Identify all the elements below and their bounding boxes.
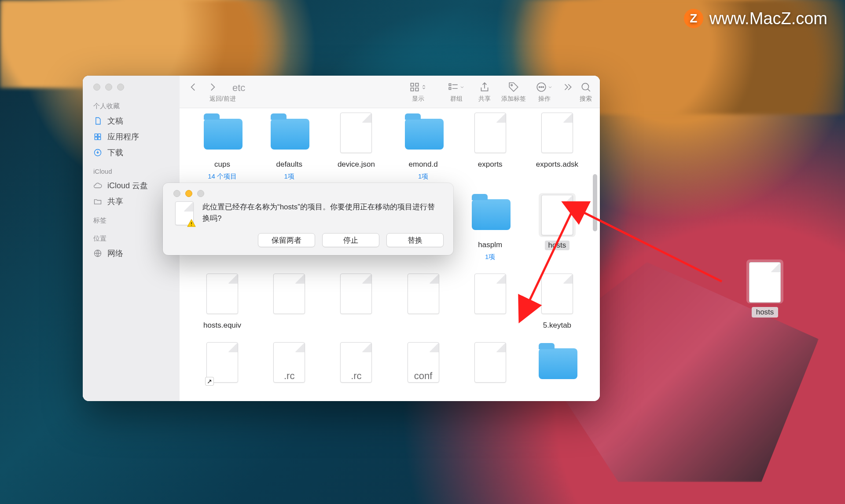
actions-icon: [536, 81, 547, 93]
toolbar-share-label: 共享: [478, 95, 491, 103]
file-subtitle: 1项: [284, 172, 294, 181]
toolbar-overflow-label: [567, 95, 569, 102]
search-icon: [580, 81, 592, 93]
desktop-file-hosts[interactable]: hosts: [746, 259, 783, 318]
dialog-close-button[interactable]: [173, 190, 180, 197]
toolbar-nav: etc 返回/前进: [187, 80, 257, 103]
svg-point-12: [543, 87, 544, 88]
finder-toolbar: etc 返回/前进 显示 群组 共享 添加标签: [180, 76, 600, 108]
svg-rect-3: [415, 83, 419, 86]
window-traffic-lights[interactable]: [83, 84, 180, 95]
sidebar-item-label: 下载: [107, 147, 123, 158]
desktop-file-label: hosts: [752, 307, 779, 318]
download-icon: [93, 148, 102, 157]
dialog-minimize-button[interactable]: [185, 190, 192, 197]
toolbar-actions[interactable]: 操作: [536, 80, 553, 103]
file-item[interactable]: .rc: [325, 342, 387, 390]
stop-button[interactable]: 停止: [322, 233, 379, 247]
cloud-icon: [93, 181, 102, 190]
chevron-up-down-icon: [420, 81, 427, 93]
scrollbar-thumb[interactable]: [593, 174, 597, 231]
zoom-button[interactable]: [117, 84, 124, 91]
sidebar-item-label: iCloud 云盘: [107, 180, 148, 191]
file-item[interactable]: [325, 274, 387, 330]
file-item[interactable]: 5.keytab: [526, 274, 588, 330]
file-subtitle: 14 个项目: [208, 172, 237, 181]
file-item[interactable]: .rc: [258, 342, 320, 390]
toolbar-view-label: 显示: [412, 95, 424, 103]
file-item[interactable]: hosts.equiv: [191, 274, 254, 330]
file-item[interactable]: cups14 个项目: [191, 113, 254, 181]
dialog-traffic-lights[interactable]: [173, 190, 444, 201]
svg-point-10: [539, 87, 540, 88]
toolbar-share[interactable]: 共享: [478, 80, 491, 103]
dialog-zoom-button[interactable]: [197, 190, 204, 197]
file-item[interactable]: exports.adsk: [526, 113, 588, 181]
forward-icon[interactable]: [207, 81, 218, 93]
file-label: 5.keytab: [543, 321, 571, 330]
minimize-button[interactable]: [105, 84, 112, 91]
chevron-down-icon: [547, 81, 553, 93]
file-label: exports.adsk: [536, 160, 578, 169]
back-icon[interactable]: [187, 81, 199, 93]
file-item[interactable]: [459, 274, 522, 330]
share-icon: [479, 81, 490, 93]
sidebar-item-label: 文稿: [107, 116, 123, 126]
sidebar-section-icloud: iCloud: [83, 161, 180, 178]
window-title: etc: [226, 80, 251, 94]
replace-dialog: 此位置已经存在名称为“hosts”的项目。你要使用正在移动的项目进行替换吗? 保…: [163, 183, 453, 255]
dialog-file-icon: [174, 201, 195, 226]
sidebar-item-downloads[interactable]: 下载: [83, 145, 180, 161]
file-item[interactable]: defaults1项: [258, 113, 320, 181]
svg-point-14: [191, 225, 192, 226]
toolbar-tags[interactable]: 添加标签: [501, 80, 526, 103]
file-item[interactable]: hosts: [526, 193, 588, 261]
toolbar-actions-label: 操作: [538, 95, 551, 103]
file-item[interactable]: exports: [459, 113, 522, 181]
file-label: emond.d: [408, 160, 437, 169]
sidebar-item-applications[interactable]: 应用程序: [83, 129, 180, 145]
file-item[interactable]: [526, 342, 588, 390]
svg-rect-2: [411, 83, 414, 86]
toolbar-nav-label: 返回/前进: [209, 95, 236, 103]
keep-both-button[interactable]: 保留两者: [258, 233, 315, 247]
file-item[interactable]: [258, 274, 320, 330]
sidebar-item-label: 共享: [107, 196, 123, 207]
watermark: Z www.MacZ.com: [684, 9, 827, 28]
file-item[interactable]: [459, 342, 522, 390]
file-item[interactable]: hasplm1项: [459, 193, 522, 261]
file-subtitle: 1项: [418, 172, 428, 181]
file-item[interactable]: emond.d1项: [392, 113, 455, 181]
toolbar-group-label: 群组: [450, 95, 463, 103]
file-item[interactable]: conf: [392, 342, 455, 390]
svg-point-9: [537, 83, 546, 91]
watermark-badge: Z: [684, 9, 703, 28]
close-button[interactable]: [93, 84, 100, 91]
replace-button[interactable]: 替换: [386, 233, 444, 247]
dialog-message: 此位置已经存在名称为“hosts”的项目。你要使用正在移动的项目进行替换吗?: [202, 201, 442, 226]
watermark-text: www.MacZ.com: [709, 9, 827, 28]
toolbar-overflow[interactable]: [562, 80, 573, 102]
file-label: defaults: [276, 160, 302, 169]
sidebar-item-documents[interactable]: 文稿: [83, 113, 180, 129]
applications-icon: [93, 132, 102, 141]
warning-badge-icon: [187, 218, 196, 228]
file-item[interactable]: device.json: [325, 113, 387, 181]
toolbar-search[interactable]: 搜索: [580, 80, 592, 103]
svg-rect-6: [449, 84, 451, 85]
tag-icon: [508, 81, 519, 93]
svg-rect-5: [415, 88, 419, 91]
file-item[interactable]: [392, 274, 455, 330]
toolbar-group[interactable]: 群组: [448, 80, 465, 103]
svg-point-8: [511, 84, 512, 86]
file-label: device.json: [338, 160, 375, 169]
toolbar-tags-label: 添加标签: [501, 95, 526, 103]
svg-point-11: [541, 87, 542, 88]
file-item[interactable]: ↗: [191, 342, 254, 390]
toolbar-search-label: 搜索: [580, 95, 592, 103]
sidebar-item-label: 网络: [107, 248, 123, 259]
icon-view-icon: [409, 81, 420, 93]
file-label: hosts.equiv: [203, 321, 241, 330]
document-icon: [93, 117, 102, 125]
toolbar-view[interactable]: 显示: [409, 80, 427, 103]
